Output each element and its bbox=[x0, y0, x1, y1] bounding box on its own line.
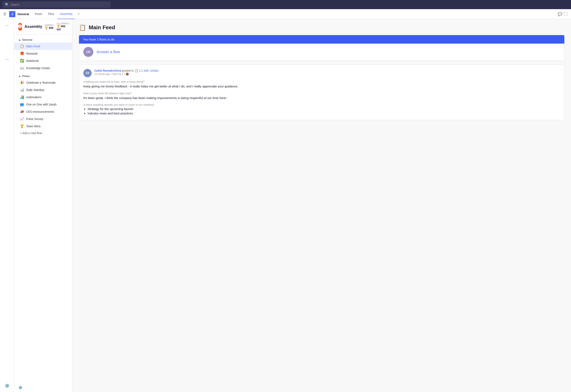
main-content: 📋 Main Feed You have 2 flows to do CR An… bbox=[72, 19, 571, 392]
posted-in-text: posted in bbox=[122, 69, 135, 72]
settings-icon[interactable]: ⚙️ bbox=[14, 383, 72, 392]
sidebar: 🅐 Assembly EARNED 🏆 999 ALLOWANCE 🏆 999 … bbox=[14, 19, 72, 392]
post-question3: Is there anything specific you want to c… bbox=[83, 103, 560, 106]
post-question1: Anything you need me to start, stop or k… bbox=[83, 80, 560, 83]
tab-bar: ☰ J General Posts Files Assembly + 💬 ⛶ bbox=[0, 9, 571, 19]
daily-standup-icon: 📊 bbox=[20, 88, 24, 92]
flow-avatar: CR bbox=[83, 47, 93, 57]
flows-todo-container: You have 2 flows to do CR Answer a flow bbox=[79, 35, 564, 60]
list-item: Strategy for the upcoming launch bbox=[88, 107, 560, 111]
answer-flow-link[interactable]: Answer a flow bbox=[97, 50, 120, 54]
far-left-rail: ⋯ ⋯ ⚙️ bbox=[0, 19, 14, 392]
post-author-row: Caleb Ramakrishna posted in 📋 1:1 with J… bbox=[94, 69, 560, 72]
allowance-block: ALLOWANCE 🏆 999 left bbox=[57, 22, 70, 31]
flows-section-label: Flows bbox=[22, 74, 30, 78]
ellipsis-icon-mid[interactable]: ⋯ bbox=[3, 56, 11, 63]
general-section-header[interactable]: ▲ General bbox=[14, 37, 72, 42]
sidebar-item-one-on-one[interactable]: 👥 One on One with Sarah bbox=[14, 101, 72, 108]
sidebar-item-celebrate[interactable]: 🎉 Celebrate a Teammate bbox=[14, 79, 72, 86]
post-answer1: Keep giving me timely feedback - it real… bbox=[83, 84, 560, 89]
flow-card: CR Answer a flow bbox=[79, 44, 564, 60]
post-avatar: CR bbox=[83, 69, 92, 77]
list-item: Industry news and best practices bbox=[88, 112, 560, 115]
header-right: EARNED 🏆 999 ALLOWANCE 🏆 999 left 🔔 J ▾ bbox=[45, 22, 72, 31]
search-icon: 🔍 bbox=[5, 3, 9, 7]
sidebar-item-ceo[interactable]: 📣 CEO Announcements bbox=[14, 108, 72, 115]
add-flow-label: + Add a new flow bbox=[20, 131, 42, 135]
one-on-one-icon: 👥 bbox=[20, 102, 24, 106]
post-question2: How is your work life balance right now? bbox=[83, 92, 560, 95]
allowance-label: ALLOWANCE bbox=[57, 22, 70, 25]
post-seen-by: Seen by 1 bbox=[112, 73, 123, 76]
earned-block: EARNED 🏆 999 bbox=[45, 24, 53, 29]
allowance-value: 🏆 999 left bbox=[57, 25, 70, 31]
earned-value: 🏆 999 bbox=[45, 26, 53, 29]
ceo-label: CEO Announcements bbox=[26, 110, 54, 113]
post-list: Strategy for the upcoming launch Industr… bbox=[83, 107, 560, 115]
search-input[interactable] bbox=[11, 3, 108, 6]
post-answer2: It's been great. I think the company has… bbox=[83, 96, 560, 100]
post-author[interactable]: Caleb Ramakrishna bbox=[94, 69, 121, 72]
knowledge-center-label: Knowledge Center bbox=[26, 67, 50, 70]
post-time-text: 12 minute ago bbox=[94, 73, 110, 76]
post-meta: Caleb Ramakrishna posted in 📋 1:1 with J… bbox=[94, 69, 560, 76]
channel-icon: J bbox=[9, 11, 15, 17]
settings-gear-icon: ⚙️ bbox=[18, 386, 22, 389]
tab-bar-left: ☰ J General Posts Files Assembly + bbox=[3, 9, 81, 19]
sidebar-item-team-wins[interactable]: 🏆 Team Wins bbox=[14, 123, 72, 130]
team-wins-icon: 🏆 bbox=[20, 124, 24, 128]
sidebar-item-main-feed[interactable]: 📋 Main Feed bbox=[14, 42, 72, 50]
flow-answer-row: CR Answer a flow bbox=[79, 44, 564, 60]
sidebar-item-icebreakers[interactable]: 🏄 Icebreakers bbox=[14, 93, 72, 101]
post-channel[interactable]: 1:1 with Jordan bbox=[139, 69, 159, 72]
pulse-icon: 📈 bbox=[20, 117, 24, 121]
assembly-logo: 🅐 bbox=[18, 23, 22, 30]
tab-assembly[interactable]: Assembly bbox=[57, 9, 75, 19]
post-separator2: • bbox=[124, 73, 126, 76]
channel-name: General bbox=[17, 12, 29, 16]
add-flow-item[interactable]: + Add a new flow bbox=[14, 130, 72, 136]
sidebar-item-notebook[interactable]: ✅ Notebook bbox=[14, 57, 72, 64]
ceo-icon: 📣 bbox=[20, 110, 24, 113]
daily-standup-label: Daily Standup bbox=[26, 88, 44, 92]
post-header: CR Caleb Ramakrishna posted in 📋 1:1 wit… bbox=[83, 69, 560, 77]
flows-section-header[interactable]: ▲ Flows bbox=[14, 73, 72, 79]
post-card: CR Caleb Ramakrishna posted in 📋 1:1 wit… bbox=[79, 65, 564, 120]
post-mute-icon[interactable]: 🔕 bbox=[126, 73, 129, 76]
main-feed-icon: 📋 bbox=[20, 44, 24, 48]
main-feed-label: Main Feed bbox=[26, 45, 40, 48]
general-section-label: General bbox=[22, 38, 32, 41]
chat-icon[interactable]: 💬 bbox=[558, 12, 562, 16]
tab-posts[interactable]: Posts bbox=[32, 9, 45, 19]
tab-files[interactable]: Files bbox=[45, 9, 57, 19]
top-bar: 🔍 bbox=[0, 0, 571, 9]
page-title: Main Feed bbox=[89, 24, 115, 31]
one-on-one-label: One on One with Sarah bbox=[26, 103, 57, 106]
search-container[interactable]: 🔍 bbox=[2, 1, 111, 8]
knowledge-center-icon: 📖 bbox=[20, 66, 24, 70]
notebook-label: Notebook bbox=[26, 59, 39, 62]
icebreakers-icon: 🏄 bbox=[20, 95, 24, 99]
celebrate-label: Celebrate a Teammate bbox=[26, 81, 56, 84]
flows-collapse-icon: ▲ bbox=[18, 74, 21, 78]
tab-add-button[interactable]: + bbox=[76, 11, 81, 17]
sidebar-item-knowledge-center[interactable]: 📖 Knowledge Center bbox=[14, 64, 72, 72]
collapse-icon: ▲ bbox=[18, 38, 21, 41]
assembly-logo-icon: 🅐 bbox=[18, 25, 22, 29]
tab-bar-right: 💬 ⛶ bbox=[558, 12, 568, 16]
rewards-label: Rewards bbox=[26, 52, 38, 55]
assembly-title: Assembly bbox=[25, 25, 42, 29]
post-time: 12 minute ago • Seen by 1 • 🔕 bbox=[94, 73, 560, 76]
pulse-label: Pulse Survey bbox=[26, 117, 43, 121]
flows-banner: You have 2 flows to do bbox=[79, 35, 564, 44]
sidebar-item-daily-standup[interactable]: 📊 Daily Standup bbox=[14, 86, 72, 93]
settings-rail-icon[interactable]: ⚙️ bbox=[3, 382, 11, 390]
page-title-icon: 📋 bbox=[79, 24, 86, 31]
sidebar-item-pulse[interactable]: 📈 Pulse Survey bbox=[14, 115, 72, 123]
ellipsis-icon-top[interactable]: ⋯ bbox=[3, 22, 11, 29]
filter-icon[interactable]: ☰ bbox=[3, 12, 6, 16]
sidebar-item-rewards[interactable]: 🎁 Rewards bbox=[14, 50, 72, 57]
icebreakers-label: Icebreakers bbox=[26, 96, 41, 99]
expand-icon[interactable]: ⛶ bbox=[564, 12, 568, 16]
celebrate-icon: 🎉 bbox=[20, 81, 24, 84]
